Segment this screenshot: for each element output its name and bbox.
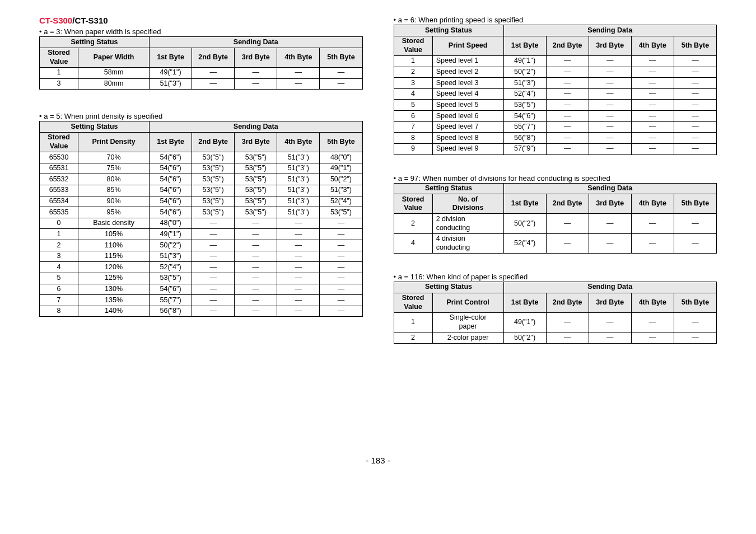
th-setting-status: Setting Status	[40, 121, 150, 133]
cell-byte: —	[546, 67, 589, 78]
cell-byte: —	[546, 312, 589, 332]
table-row: 44 division conducting52("4")————	[394, 233, 717, 253]
cell-param: 110%	[78, 240, 150, 251]
th-1st: 1st Byte	[503, 293, 546, 312]
cell-byte: —	[631, 100, 674, 111]
cell-byte: —	[589, 121, 631, 133]
cell-byte: —	[589, 312, 631, 332]
cell-byte: 55("7")	[503, 121, 546, 133]
cell-stored-value: 6	[394, 111, 432, 122]
cell-param: 58mm	[78, 67, 150, 78]
cell-byte: 54("6")	[150, 174, 192, 185]
table-row: 0Basic density48("0")————	[40, 218, 363, 229]
table-row: 6553385%54("6")53("5")53("5")51("3")51("…	[40, 185, 363, 196]
table-row: 4120%52("4")————	[40, 262, 363, 273]
cell-byte: 49("1")	[503, 312, 546, 332]
cell-byte: 54("6")	[503, 111, 546, 122]
cell-byte: —	[546, 332, 589, 344]
caption-a116: • a = 116: When kind of paper is specifi…	[394, 273, 717, 281]
cell-byte: —	[589, 214, 631, 233]
cell-byte: —	[235, 295, 277, 306]
cell-byte: —	[631, 78, 674, 89]
cell-byte: 50("2")	[503, 214, 546, 233]
cell-byte: —	[674, 214, 716, 233]
cell-stored-value: 7	[394, 121, 432, 133]
cell-byte: 49("1")	[320, 163, 362, 174]
cell-byte: —	[277, 273, 320, 284]
cell-byte: —	[589, 100, 631, 111]
cell-byte: 56("8")	[150, 306, 192, 317]
cell-byte: —	[192, 78, 235, 90]
cell-byte: 53("5")	[320, 207, 362, 218]
page-number: - 183 -	[39, 456, 717, 465]
cell-byte: —	[277, 262, 320, 273]
cell-byte: 53("5")	[192, 207, 235, 218]
th-3rd: 3rd Byte	[235, 132, 277, 152]
cell-stored-value: 8	[40, 306, 78, 317]
cell-stored-value: 2	[394, 67, 432, 78]
cell-stored-value: 65532	[40, 174, 78, 185]
cell-byte: 52("4")	[150, 262, 192, 273]
cell-param: 80mm	[78, 78, 150, 90]
caption-a3: • a = 3: When paper width is specified	[39, 27, 363, 36]
cell-byte: —	[674, 121, 716, 133]
th-stored-value: Stored Value	[40, 48, 78, 67]
cell-stored-value: 8	[394, 133, 432, 144]
cell-byte: —	[277, 218, 320, 229]
cell-byte: —	[674, 233, 716, 253]
th-1st: 1st Byte	[150, 48, 192, 67]
th-2nd: 2nd Byte	[192, 132, 235, 152]
cell-byte: —	[589, 55, 631, 67]
cell-byte: 51("3")	[150, 78, 192, 90]
cell-byte: —	[674, 133, 716, 144]
th-2nd: 2nd Byte	[546, 293, 589, 312]
cell-byte: 51("3")	[277, 163, 320, 174]
th-param: No. of Divisions	[432, 194, 503, 214]
left-column: CT-S300/CT-S310 • a = 3: When paper widt…	[39, 16, 363, 344]
th-setting-status: Setting Status	[394, 282, 503, 293]
cell-byte: 53("5")	[150, 273, 192, 284]
cell-byte: —	[277, 67, 320, 78]
cell-stored-value: 6	[40, 284, 78, 295]
cell-stored-value: 1	[394, 55, 432, 67]
model-red: CT-S300	[39, 16, 72, 25]
cell-byte: —	[192, 218, 235, 229]
cell-byte: 53("5")	[192, 185, 235, 196]
th-1st: 1st Byte	[150, 132, 192, 152]
cell-byte: 51("3")	[503, 78, 546, 89]
cell-stored-value: 2	[394, 332, 432, 344]
cell-param: 130%	[78, 284, 150, 295]
table-row: 22 division conducting50("2")————	[394, 214, 717, 233]
th-1st: 1st Byte	[503, 194, 546, 214]
table-row: 380mm51("3")————	[40, 78, 363, 90]
cell-byte: —	[546, 88, 589, 100]
model-header: CT-S300/CT-S310	[39, 16, 363, 25]
cell-byte: 51("3")	[277, 196, 320, 207]
cell-byte: 51("3")	[277, 152, 320, 163]
cell-stored-value: 7	[40, 295, 78, 306]
th-2nd: 2nd Byte	[546, 194, 589, 214]
cell-byte: —	[320, 295, 362, 306]
right-column: • a = 6: When printing speed is specifie…	[394, 16, 717, 344]
cell-stored-value: 65534	[40, 196, 78, 207]
cell-byte: —	[192, 295, 235, 306]
th-3rd: 3rd Byte	[235, 48, 277, 67]
cell-byte: —	[192, 306, 235, 317]
cell-byte: —	[631, 332, 674, 344]
cell-byte: —	[589, 67, 631, 78]
cell-stored-value: 65533	[40, 185, 78, 196]
cell-param: Speed level 4	[432, 88, 503, 100]
cell-byte: —	[674, 55, 716, 67]
cell-byte: 53("5")	[503, 100, 546, 111]
cell-byte: 48("0")	[150, 218, 192, 229]
cell-byte: —	[546, 143, 589, 154]
th-5th: 5th Byte	[674, 36, 716, 55]
cell-byte: 51("3")	[277, 185, 320, 196]
th-4th: 4th Byte	[277, 48, 320, 67]
table-row: 2Speed level 250("2")————	[394, 67, 717, 78]
cell-byte: 53("5")	[192, 196, 235, 207]
th-3rd: 3rd Byte	[589, 36, 631, 55]
cell-byte: —	[277, 240, 320, 251]
cell-byte: —	[631, 143, 674, 154]
cell-byte: —	[546, 78, 589, 89]
